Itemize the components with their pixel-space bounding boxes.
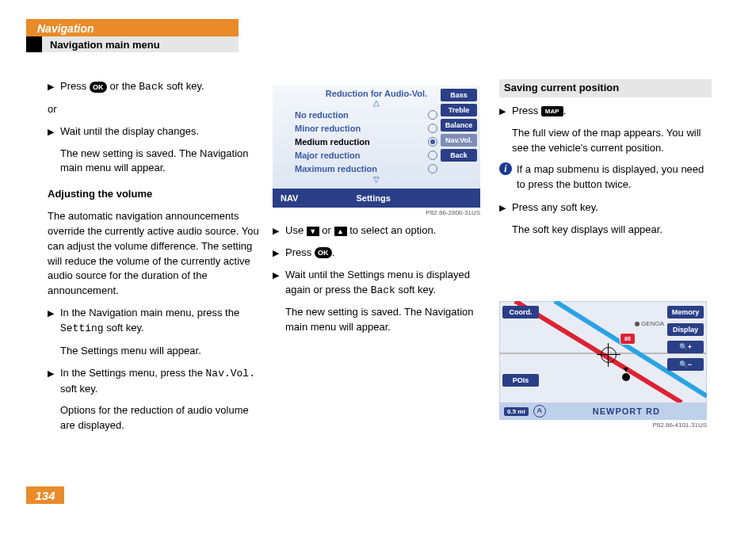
- option-label: Major reduction: [295, 151, 361, 160]
- ok-button-icon: OK: [90, 82, 107, 93]
- softkey-zoom-out: 🔍−: [667, 358, 704, 371]
- bullet-arrow-icon: ▶: [48, 126, 54, 139]
- option-label: Medium reduction: [295, 137, 370, 147]
- map-scale: 0.5 mi: [504, 407, 529, 416]
- svg-line-1: [515, 301, 682, 402]
- softkey-column: Bass Treble Balance Nav.Vol. Back: [441, 89, 477, 164]
- softkey-active: Nav.Vol.: [441, 134, 477, 147]
- bullet-arrow-icon: ▶: [48, 368, 54, 380]
- text: Wait until the display changes.: [60, 125, 199, 137]
- text: Use: [285, 224, 307, 236]
- text: soft key.: [164, 80, 204, 92]
- svg-point-3: [622, 373, 630, 381]
- text: .: [332, 246, 335, 258]
- instruction: ▶ Wait until the display changes.: [48, 124, 260, 139]
- page-number: 134: [26, 486, 64, 504]
- text: soft key.: [395, 284, 436, 296]
- screen-footer: NAV Settings: [273, 189, 480, 208]
- road-name: NEWPORT RD: [546, 406, 707, 416]
- softkey-pois: POIs: [502, 374, 539, 387]
- bullet-arrow-icon: ▶: [273, 225, 279, 238]
- option-label: Minor reduction: [295, 124, 361, 133]
- text: Press any soft key.: [512, 201, 598, 213]
- instruction: ▶ In the Navigation main menu, press the…: [48, 306, 260, 337]
- softkey: Back: [441, 149, 477, 162]
- bullet-arrow-icon: ▶: [499, 105, 506, 118]
- map-crosshair-icon: [601, 347, 617, 363]
- text: In the Navigation main menu, press the: [60, 307, 239, 318]
- footer-center: Settings: [298, 193, 480, 203]
- option-label: Maximum reduction: [295, 164, 377, 174]
- image-id: P82.86-2800-31US: [273, 209, 480, 216]
- softkey-name: Setting: [60, 322, 104, 334]
- softkey-name: Nav.Vol.: [206, 368, 255, 380]
- result-text: The new setting is saved. The Navigation…: [273, 305, 485, 335]
- column-3: Saving current position ▶ Press MAP. The…: [499, 79, 712, 245]
- instruction: ▶ In the Settings menu, press the Nav.Vo…: [48, 366, 260, 397]
- text: .: [563, 105, 567, 116]
- map-screenshot: 80 GENOA Coord. POIs Memory Display 🔍+ 🔍…: [499, 301, 707, 420]
- softkey: Treble: [441, 104, 477, 116]
- info-text: If a map submenu is displayed, you need …: [517, 163, 704, 190]
- info-note: i If a map submenu is displayed, you nee…: [499, 162, 712, 193]
- subsection-heading: Saving current position: [499, 79, 712, 97]
- chapter-title: Navigation: [26, 19, 239, 36]
- instruction: ▶ Use ▼ or ▲ to select an option.: [273, 223, 485, 238]
- bullet-arrow-icon: ▶: [499, 202, 506, 215]
- bullet-arrow-icon: ▶: [273, 247, 279, 260]
- scroll-down-icon: ▽: [273, 175, 480, 185]
- radio-icon: [428, 151, 437, 160]
- softkey-name: Back: [139, 81, 163, 93]
- text: Press: [60, 80, 90, 92]
- image-id: P82.86-4101-31US: [499, 421, 707, 429]
- text: soft key.: [60, 383, 97, 395]
- instruction: ▶ Press OK.: [273, 246, 485, 261]
- option-label: No reduction: [295, 110, 349, 120]
- text: or: [319, 224, 334, 236]
- softkey-coord: Coord.: [502, 306, 539, 318]
- softkey: Balance: [441, 119, 477, 132]
- result-text: The soft key displays will appear.: [499, 223, 712, 238]
- result-text: The Settings menu will appear.: [48, 344, 260, 359]
- column-2: ▶ Use ▼ or ▲ to select an option. ▶ Pres…: [273, 223, 485, 342]
- map-footer: 0.5 mi A NEWPORT RD: [499, 402, 707, 420]
- radio-icon: [428, 124, 437, 133]
- softkey-display: Display: [667, 323, 704, 336]
- text: soft key.: [104, 322, 144, 334]
- result-text: The new setting is saved. The Navigation…: [48, 147, 260, 177]
- body-text: The automatic navigation announcements o…: [48, 209, 260, 299]
- result-text: The full view of the map appears. You wi…: [499, 126, 712, 156]
- down-button-icon: ▼: [307, 227, 319, 236]
- radio-icon: [428, 137, 437, 147]
- softkey-memory: Memory: [667, 306, 704, 318]
- softkey: Bass: [441, 89, 477, 101]
- subsection-heading: Adjusting the volume: [48, 188, 152, 200]
- instruction: ▶ Wait until the Settings menu is displa…: [273, 268, 485, 299]
- bullet-arrow-icon: ▶: [48, 81, 54, 93]
- text: to select an option.: [347, 224, 437, 236]
- softkey-name: Back: [371, 284, 395, 296]
- city-label: GENOA: [635, 320, 664, 327]
- result-text: Options for the reduction of audio volum…: [48, 403, 260, 433]
- column-1: ▶ Press OK or the Back soft key. or ▶ Wa…: [48, 79, 260, 441]
- text: Press: [285, 246, 315, 258]
- map-button-icon: MAP: [541, 106, 563, 117]
- up-button-icon: ▲: [334, 227, 347, 236]
- softkey-zoom-in: 🔍+: [667, 341, 704, 353]
- instruction: ▶ Press MAP.: [499, 104, 712, 119]
- radio-icon: [428, 110, 437, 120]
- audio-reduction-screenshot: Reduction for Audio-Vol. △ No reduction …: [273, 86, 480, 208]
- or-text: or: [48, 102, 260, 117]
- text: Press: [512, 105, 541, 116]
- text: In the Settings menu, press the: [60, 367, 206, 379]
- section-title: Navigation main menu: [42, 36, 239, 52]
- info-icon: i: [499, 162, 512, 175]
- bullet-arrow-icon: ▶: [48, 307, 54, 320]
- bullet-arrow-icon: ▶: [273, 269, 279, 282]
- route-shield: 80: [620, 333, 636, 345]
- text: or the: [107, 80, 139, 92]
- instruction: ▶ Press OK or the Back soft key.: [48, 79, 260, 95]
- radio-icon: [428, 164, 437, 174]
- ok-button-icon: OK: [315, 247, 332, 258]
- footer-left: NAV: [273, 193, 298, 203]
